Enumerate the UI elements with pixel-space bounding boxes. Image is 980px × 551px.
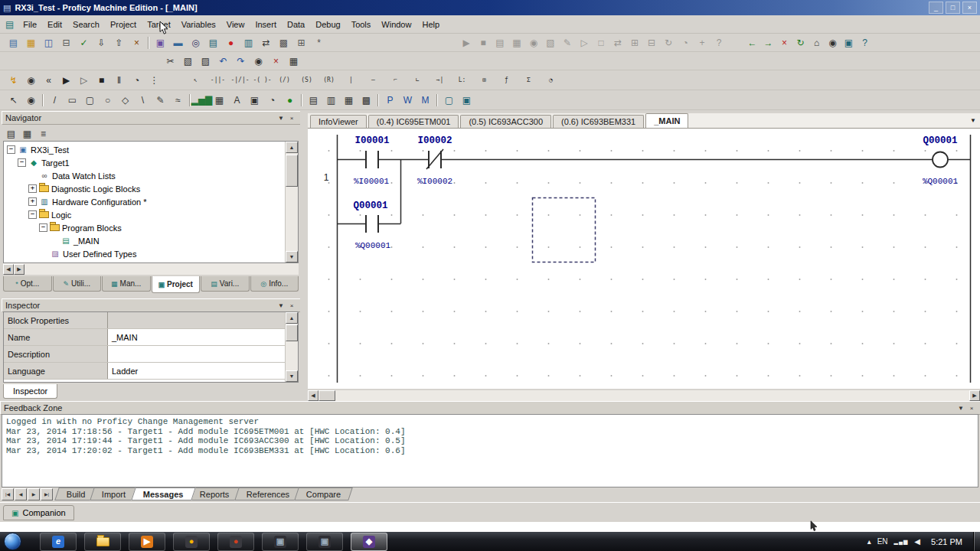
function-icon[interactable]: ƒ	[495, 72, 518, 88]
home-icon[interactable]: ⌂	[808, 34, 825, 51]
stamp-tool-icon[interactable]: ▣	[246, 92, 263, 108]
nc-contact-1[interactable]	[426, 149, 443, 169]
branch-contact[interactable]	[366, 215, 378, 233]
feedback-zone-icon[interactable]: ▬	[169, 34, 187, 51]
property-value[interactable]	[108, 346, 286, 362]
output-coil[interactable]	[933, 152, 948, 168]
pin-icon[interactable]: ▼	[956, 403, 966, 412]
companion-tab[interactable]: ▣ Companion	[3, 505, 74, 520]
taskbar-explorer-icon[interactable]	[84, 533, 121, 551]
reference-table-bit-icon[interactable]: ▤	[305, 92, 322, 108]
menu-window[interactable]: Window	[376, 18, 416, 31]
paste-icon[interactable]: ▨	[197, 53, 214, 69]
run-icon[interactable]: ▶	[57, 72, 75, 88]
stop-plc-icon[interactable]: ■	[475, 34, 492, 51]
find-icon[interactable]: ◉	[250, 53, 267, 69]
reference-table-word-icon[interactable]: ▥	[322, 92, 340, 108]
polygon-tool-icon[interactable]: ◇	[116, 92, 134, 108]
minimize-button[interactable]: _	[929, 2, 943, 14]
label-icon[interactable]: L:	[451, 72, 473, 88]
network-icon[interactable]: ▂▄▆	[894, 539, 909, 545]
help-icon[interactable]: ?	[857, 34, 873, 51]
navigator-scrollbar[interactable]: ▲ ▼	[285, 142, 298, 262]
diagnostics-icon[interactable]: +	[694, 34, 710, 51]
volume-icon[interactable]: ◀	[914, 537, 920, 546]
ladder-editor[interactable]: 1 I00001 %I00001 I00002 %I00002 Q00001 %…	[308, 129, 980, 389]
taskbar-app-icon-4[interactable]: ▣	[306, 533, 343, 551]
menu-insert[interactable]: Insert	[250, 18, 282, 31]
rewind-icon[interactable]: «	[40, 72, 57, 88]
more-tools-icon[interactable]: ⋮	[145, 72, 163, 88]
unforce-icon[interactable]: ⊟	[643, 34, 660, 51]
online-monitor-icon[interactable]: ◉	[22, 72, 40, 88]
scroll-left-icon[interactable]: ◀	[3, 264, 14, 275]
scroll-up-icon[interactable]: ▲	[286, 142, 298, 153]
copy-icon[interactable]: ▧	[179, 53, 197, 69]
menu-edit[interactable]: Edit	[42, 18, 67, 31]
pointer-icon[interactable]: ↖	[185, 72, 207, 88]
close-button[interactable]: ×	[962, 2, 977, 14]
tree-node-diagnostic-logic-blocks[interactable]: +Diagnostic Logic Blocks	[4, 182, 286, 195]
new-icon[interactable]: ▤	[5, 34, 22, 51]
io-enable-icon[interactable]: ⇄	[609, 34, 626, 51]
navigator-tab-opt[interactable]: *Opt...	[3, 276, 52, 292]
menu-file[interactable]: File	[18, 18, 42, 31]
editor-tab-main[interactable]: _MAIN	[645, 113, 688, 128]
coil-icon[interactable]: -( )-	[251, 72, 273, 88]
wire-up-icon[interactable]: ⌐	[384, 72, 407, 88]
tree-node-main[interactable]: ▤_MAIN	[4, 234, 286, 247]
close-icon[interactable]: ×	[966, 403, 977, 412]
navigator-tab-man[interactable]: ▦Man...	[102, 276, 151, 292]
clock-icon[interactable]: ◔	[128, 72, 145, 88]
vertical-wire-icon[interactable]: |	[340, 72, 362, 88]
menu-search[interactable]: Search	[67, 18, 105, 31]
bar-chart-icon[interactable]: ▂▅▇	[193, 92, 211, 108]
maximize-button[interactable]: □	[946, 2, 960, 14]
save-icon[interactable]: ◫	[40, 34, 57, 51]
stop-navigation-icon[interactable]: ×	[776, 34, 792, 51]
open-icon[interactable]: ▦	[22, 34, 40, 51]
scrollbar-thumb[interactable]	[286, 155, 298, 187]
refresh-icon[interactable]: ↻	[792, 34, 808, 51]
tree-expander-icon[interactable]: −	[7, 145, 15, 154]
menu-project[interactable]: Project	[105, 18, 142, 31]
program-mode-icon[interactable]: □	[593, 34, 609, 51]
tree-options-icon[interactable]: ≡	[35, 126, 51, 141]
taskbar-app-icon-2[interactable]: ●	[217, 533, 254, 551]
feedback-tab-messages[interactable]: Messages	[131, 487, 195, 500]
start-button[interactable]	[4, 533, 21, 550]
test-edit-icon[interactable]: ✎	[559, 34, 576, 51]
pin-icon[interactable]: ▼	[276, 113, 286, 122]
property-value[interactable]: _MAIN	[108, 329, 286, 345]
horizontal-wire-icon[interactable]: —	[362, 72, 384, 88]
timer-icon[interactable]: ◔	[540, 72, 562, 88]
status-icon[interactable]: ◉	[525, 34, 542, 51]
calculator-icon[interactable]: ⊞	[292, 34, 310, 51]
validate-icon[interactable]: ✓	[75, 34, 93, 51]
go-online-icon[interactable]: ↯	[5, 72, 22, 88]
pen-tool-icon[interactable]: ✎	[152, 92, 169, 108]
no-contact-1[interactable]	[366, 151, 378, 168]
scrollbar-thumb[interactable]	[286, 324, 298, 341]
call-block-icon[interactable]: ⊞	[473, 72, 495, 88]
show-desktop-button[interactable]	[973, 532, 980, 551]
inspector-scrollbar[interactable]: ▲ ▼	[285, 312, 298, 382]
text-tool-icon[interactable]: A	[228, 92, 246, 108]
clock[interactable]: 5:21 PM	[931, 537, 962, 546]
reference-table-icon[interactable]: ▦	[508, 34, 525, 51]
tree-expand-icon[interactable]: ▦	[19, 126, 35, 141]
tab-list-dropdown-icon[interactable]: ▼	[970, 117, 976, 124]
scroll-right-icon[interactable]: ▶	[969, 390, 980, 401]
last-tab-button[interactable]: ▶|	[41, 488, 53, 500]
tree-node-logic[interactable]: −Logic	[4, 208, 286, 221]
zoom-tool-icon[interactable]: ◉	[22, 92, 40, 108]
monitor-window-icon[interactable]: M	[416, 92, 434, 108]
next-tab-button[interactable]: ▶	[28, 488, 40, 500]
reference-table-mixed-icon[interactable]: ▦	[340, 92, 358, 108]
menu-help[interactable]: Help	[416, 18, 445, 31]
tree-expander-icon[interactable]: −	[28, 210, 37, 219]
menu-variables[interactable]: Variables	[176, 18, 221, 31]
jump-icon[interactable]: →|	[429, 72, 451, 88]
screen-icon[interactable]: ▢	[440, 92, 458, 108]
gauge-tool-icon[interactable]: ◔	[263, 92, 281, 108]
